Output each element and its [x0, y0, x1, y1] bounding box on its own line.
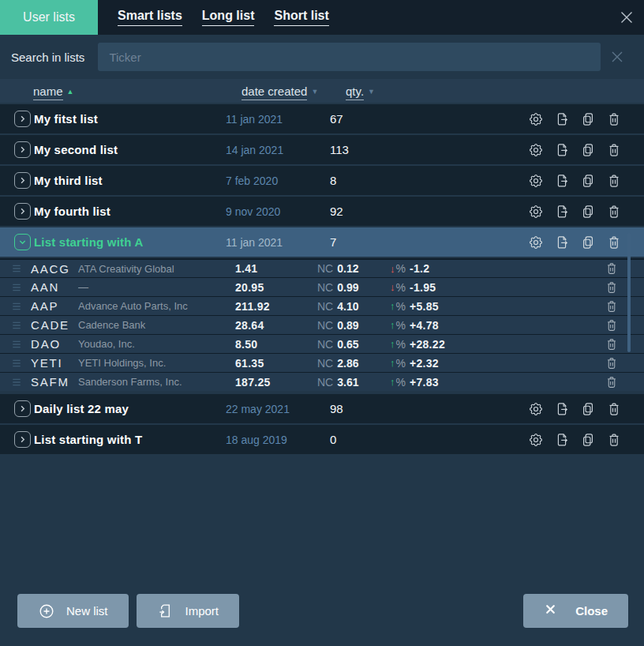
- list-row[interactable]: My fitst list 11 jan 2021 67: [0, 104, 644, 133]
- footer: New list Import Close: [17, 594, 628, 628]
- arrow-down-icon: ↓: [390, 263, 395, 275]
- export-icon[interactable]: [554, 173, 570, 189]
- chevron-right-icon[interactable]: [14, 141, 31, 158]
- ticker-change: ↓%-1.95: [390, 281, 605, 294]
- ticker-row[interactable]: AACG ATA Creativity Global 1.41 NC0.12 ↓…: [0, 258, 644, 277]
- list-qty: 0: [330, 433, 518, 446]
- export-icon[interactable]: [554, 142, 570, 158]
- new-list-button[interactable]: New list: [17, 594, 129, 628]
- list-date: 11 jan 2021: [226, 236, 330, 249]
- list-row[interactable]: My third list 7 feb 2020 8: [0, 166, 644, 195]
- trash-icon[interactable]: [606, 173, 622, 189]
- trash-icon[interactable]: [606, 432, 622, 448]
- duplicate-icon[interactable]: [580, 173, 596, 189]
- trash-icon[interactable]: [605, 261, 619, 276]
- gear-icon[interactable]: [528, 235, 544, 250]
- list-row-expanded[interactable]: List starting with A 11 jan 2021 7: [0, 227, 644, 257]
- duplicate-icon[interactable]: [580, 235, 596, 250]
- ticker-row[interactable]: AAN — 20.95 NC0.99 ↓%-1.95: [0, 277, 644, 296]
- trash-icon[interactable]: [605, 356, 619, 370]
- chevron-right-icon[interactable]: [14, 111, 31, 127]
- export-icon[interactable]: [554, 204, 570, 220]
- arrow-up-icon: ↑: [390, 376, 395, 388]
- new-list-label: New list: [66, 604, 108, 618]
- column-header-qty[interactable]: qty.▼: [346, 85, 375, 98]
- ticker-change: ↑%+28.22: [390, 338, 605, 351]
- ticker-symbol: SAFM: [31, 375, 78, 389]
- list-qty: 7: [330, 235, 518, 249]
- drag-handle-icon[interactable]: [9, 357, 25, 370]
- arrow-up-icon: ↑: [390, 338, 395, 350]
- drag-handle-icon[interactable]: [9, 281, 25, 294]
- trash-icon[interactable]: [605, 299, 619, 314]
- gear-icon[interactable]: [528, 142, 544, 158]
- list-row[interactable]: My fourth list 9 nov 2020 92: [0, 197, 644, 226]
- trash-icon[interactable]: [605, 375, 619, 389]
- drag-handle-icon[interactable]: [9, 300, 25, 313]
- list-name: My fourth list: [34, 205, 226, 218]
- ticker-change: ↑%+7.83: [390, 376, 605, 389]
- list-name: Daily list 22 may: [34, 402, 226, 415]
- clear-icon[interactable]: [608, 47, 627, 66]
- import-button[interactable]: Import: [137, 594, 240, 628]
- column-header-date-created[interactable]: date created▼: [242, 85, 346, 98]
- chevron-right-icon[interactable]: [14, 172, 31, 189]
- scrollbar-thumb[interactable]: [627, 233, 631, 352]
- duplicate-icon[interactable]: [580, 142, 596, 158]
- trash-icon[interactable]: [606, 204, 622, 220]
- gear-icon[interactable]: [528, 173, 544, 189]
- trash-icon[interactable]: [606, 111, 622, 127]
- export-icon[interactable]: [554, 401, 570, 417]
- drag-handle-icon[interactable]: [9, 338, 25, 351]
- ticker-nc: NC0.89: [317, 319, 390, 332]
- trash-icon[interactable]: [605, 318, 619, 332]
- chevron-down-icon[interactable]: [14, 234, 31, 250]
- search-input[interactable]: [98, 43, 601, 71]
- close-label: Close: [575, 604, 608, 618]
- tab-short-list[interactable]: Short list: [274, 0, 328, 35]
- drag-handle-icon[interactable]: [9, 376, 25, 389]
- tab-smart-lists[interactable]: Smart lists: [118, 0, 182, 35]
- close-button[interactable]: Close: [523, 594, 628, 628]
- list-row[interactable]: Daily list 22 may 22 may 2021 98: [0, 394, 644, 423]
- trash-icon[interactable]: [605, 337, 619, 351]
- chevron-right-icon[interactable]: [14, 203, 31, 220]
- ticker-price: 211.92: [235, 300, 317, 313]
- export-icon[interactable]: [554, 111, 570, 127]
- tab-label: Long list: [202, 9, 255, 26]
- close-icon[interactable]: [616, 6, 638, 28]
- drag-handle-icon[interactable]: [9, 319, 25, 332]
- chevron-right-icon[interactable]: [14, 400, 31, 417]
- duplicate-icon[interactable]: [580, 432, 596, 448]
- drag-handle-icon[interactable]: [9, 262, 25, 275]
- ticker-row[interactable]: CADE Cadence Bank 28.64 NC0.89 ↑%+4.78: [0, 315, 644, 334]
- trash-icon[interactable]: [606, 142, 622, 158]
- ticker-row[interactable]: DAO Youdao, Inc. 8.50 NC0.65 ↑%+28.22: [0, 334, 644, 353]
- gear-icon[interactable]: [528, 204, 544, 220]
- ticker-row[interactable]: AAP Advance Auto Parts, Inc 211.92 NC4.1…: [0, 296, 644, 315]
- column-header-name[interactable]: name▲: [33, 85, 242, 98]
- row-actions: [518, 142, 622, 158]
- ticker-price: 1.41: [235, 262, 317, 275]
- search-bar: Search in lists: [0, 35, 644, 79]
- chevron-right-icon[interactable]: [14, 431, 31, 448]
- ticker-nc: NC3.61: [317, 376, 390, 389]
- export-icon[interactable]: [554, 235, 570, 250]
- duplicate-icon[interactable]: [580, 401, 596, 417]
- tab-user-lists[interactable]: User lists: [0, 0, 98, 35]
- duplicate-icon[interactable]: [580, 111, 596, 127]
- gear-icon[interactable]: [528, 432, 544, 448]
- export-icon[interactable]: [554, 432, 570, 448]
- trash-icon[interactable]: [605, 280, 619, 295]
- gear-icon[interactable]: [528, 401, 544, 417]
- ticker-row[interactable]: SAFM Sanderson Farms, Inc. 187.25 NC3.61…: [0, 372, 644, 391]
- ticker-row[interactable]: YETI YETI Holdings, Inc. 61.35 NC2.86 ↑%…: [0, 353, 644, 372]
- ticker-nc: NC2.86: [317, 357, 390, 370]
- tab-long-list[interactable]: Long list: [202, 0, 255, 35]
- list-row[interactable]: My second list 14 jan 2021 113: [0, 135, 644, 164]
- gear-icon[interactable]: [528, 111, 544, 127]
- list-row[interactable]: List starting with T 18 aug 2019 0: [0, 425, 644, 454]
- trash-icon[interactable]: [606, 235, 622, 250]
- trash-icon[interactable]: [606, 401, 622, 417]
- duplicate-icon[interactable]: [580, 204, 596, 220]
